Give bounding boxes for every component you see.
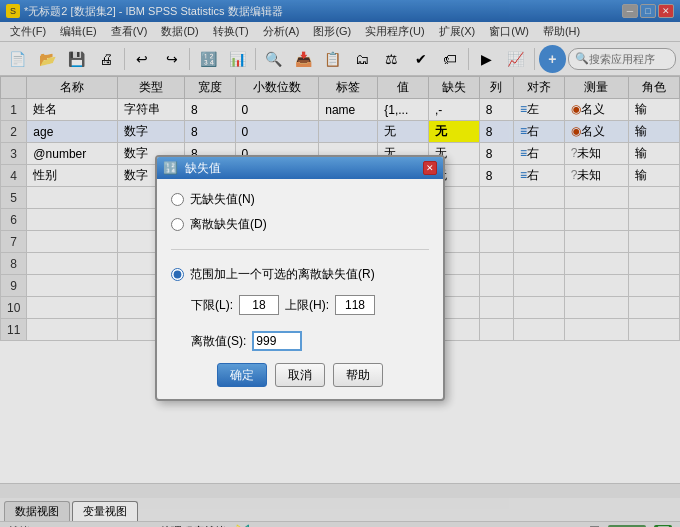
modal-icon: 🔢 xyxy=(163,161,177,175)
cancel-button[interactable]: 取消 xyxy=(275,363,325,387)
modal-overlay: 🔢 缺失值 ✕ 无缺失值(N) 离散缺失值(D) xyxy=(0,0,680,527)
ok-button[interactable]: 确定 xyxy=(217,363,267,387)
lower-bound-label: 下限(L): xyxy=(191,297,233,314)
radio-discrete-missing[interactable]: 离散缺失值(D) xyxy=(171,216,429,233)
radio-range-discrete[interactable]: 范围加上一个可选的离散缺失值(R) xyxy=(171,266,429,283)
discrete-row: 离散值(S): xyxy=(191,331,429,351)
modal-content: 无缺失值(N) 离散缺失值(D) 范围加上一个可选的离散缺失值(R) 下限(L)… xyxy=(157,179,443,399)
upper-bound-input[interactable] xyxy=(335,295,375,315)
missing-values-dialog: 🔢 缺失值 ✕ 无缺失值(N) 离散缺失值(D) xyxy=(155,155,445,401)
divider xyxy=(171,249,429,250)
radio-range-discrete-input[interactable] xyxy=(171,268,184,281)
radio-no-missing[interactable]: 无缺失值(N) xyxy=(171,191,429,208)
modal-buttons: 确定 取消 帮助 xyxy=(171,363,429,387)
radio-no-missing-input[interactable] xyxy=(171,193,184,206)
help-button[interactable]: 帮助 xyxy=(333,363,383,387)
radio-group: 无缺失值(N) 离散缺失值(D) 范围加上一个可选的离散缺失值(R) 下限(L)… xyxy=(171,191,429,351)
discrete-value-label: 离散值(S): xyxy=(191,333,246,350)
modal-title: 缺失值 xyxy=(185,160,221,177)
modal-title-bar: 🔢 缺失值 ✕ xyxy=(157,157,443,179)
radio-discrete-missing-input[interactable] xyxy=(171,218,184,231)
radio-range-discrete-label[interactable]: 范围加上一个可选的离散缺失值(R) xyxy=(190,266,375,283)
lower-bound-input[interactable] xyxy=(239,295,279,315)
range-inputs: 下限(L): 上限(H): xyxy=(191,295,429,315)
upper-bound-label: 上限(H): xyxy=(285,297,329,314)
discrete-value-input[interactable] xyxy=(252,331,302,351)
radio-discrete-missing-label[interactable]: 离散缺失值(D) xyxy=(190,216,267,233)
radio-no-missing-label[interactable]: 无缺失值(N) xyxy=(190,191,255,208)
modal-close-button[interactable]: ✕ xyxy=(423,161,437,175)
